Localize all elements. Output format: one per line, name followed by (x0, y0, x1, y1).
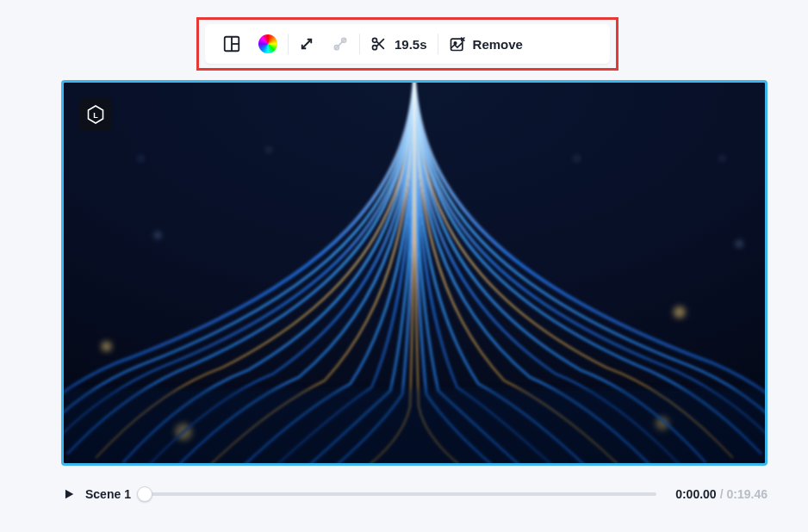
color-wheel-icon (258, 34, 277, 53)
layout-icon (222, 34, 241, 53)
remove-button[interactable]: Remove (440, 30, 531, 58)
adjust-button[interactable] (323, 30, 357, 58)
adjust-icon (332, 35, 349, 53)
svg-point-22 (267, 148, 270, 152)
scissors-icon (370, 35, 388, 53)
preview-image (64, 83, 765, 463)
svg-line-4 (335, 39, 345, 49)
timeline-track[interactable] (145, 492, 656, 496)
svg-point-24 (139, 157, 142, 160)
svg-rect-27 (64, 389, 765, 463)
toolbar-divider (438, 34, 438, 54)
scene-label: Scene 1 (85, 487, 131, 501)
svg-point-16 (102, 341, 112, 351)
hexagon-logo-icon: L (85, 104, 106, 125)
svg-marker-30 (65, 490, 73, 499)
layout-button[interactable] (214, 29, 250, 59)
toolbar-divider (288, 34, 289, 54)
svg-text:L: L (93, 111, 98, 120)
playback-controls: Scene 1 0:00.00/0:19.46 (61, 479, 768, 510)
time-display: 0:00.00/0:19.46 (675, 487, 768, 501)
timeline-thumb[interactable] (137, 486, 152, 502)
time-separator: / (720, 487, 724, 501)
svg-point-23 (575, 157, 579, 160)
editor-toolbar: 19.5s Remove (205, 24, 610, 64)
expand-icon (299, 36, 314, 52)
current-time: 0:00.00 (675, 487, 716, 501)
toolbar-divider (359, 34, 360, 54)
svg-point-25 (720, 157, 724, 160)
play-button[interactable] (61, 486, 77, 502)
svg-line-3 (303, 40, 311, 48)
expand-button[interactable] (290, 31, 323, 57)
trim-button[interactable]: 19.5s (362, 30, 436, 58)
remove-label: Remove (473, 37, 523, 52)
svg-point-19 (737, 241, 742, 246)
svg-point-17 (155, 232, 160, 238)
logo-badge: L (79, 98, 112, 131)
play-icon (63, 488, 75, 500)
preview-canvas[interactable]: L (61, 80, 768, 466)
total-time: 0:19.46 (727, 487, 768, 501)
trim-duration-label: 19.5s (395, 37, 427, 52)
image-remove-icon (449, 35, 466, 53)
svg-point-18 (674, 306, 686, 319)
color-button[interactable] (250, 29, 286, 59)
